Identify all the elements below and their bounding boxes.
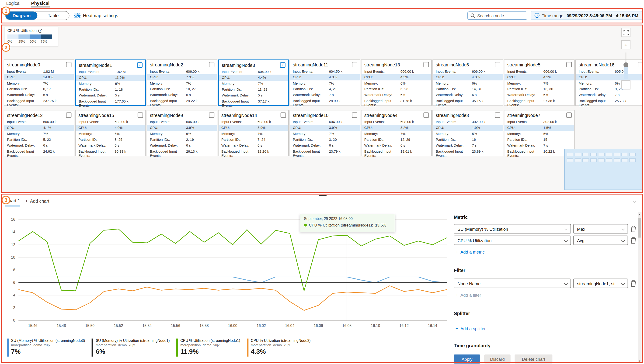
node-field: Memory:7% [504,80,574,86]
minimap[interactable] [564,149,642,190]
time-range-control[interactable]: Time range: 09/29/2022 3:45:06 PM - 4:15… [531,11,642,20]
node-field: Memory:5% [433,131,503,136]
zoom-slider[interactable] [621,52,630,79]
node-checkbox[interactable] [638,62,643,67]
node-field: Partition IDs:7, 24 [219,136,288,142]
node-field: Memory:6% [362,80,431,86]
zoom-slider-thumb[interactable] [623,62,628,67]
plus-icon: + [456,292,458,297]
node-card[interactable]: streamingNode9Input Events:606.00 kCPU:3… [147,110,217,156]
node-field: Backlogged Input Events:26.13 k [147,148,217,159]
chart-legend: SU (Memory) % Utilization (streamingNode… [7,338,311,356]
metric-select-2[interactable]: CPU % Utilization [454,236,571,245]
chart-legend-item[interactable]: CPU % Utilization (streamingNode3)morepa… [247,338,311,356]
delete-chart-button[interactable]: Delete chart [515,354,552,364]
apply-button[interactable]: Apply [454,354,480,364]
chart-legend-item[interactable]: SU (Memory) % Utilization (streamingNode… [7,338,85,356]
node-checkbox[interactable]: ✓ [137,62,143,68]
svg-text:16:00: 16:00 [228,324,237,328]
annotation-marker-1: 1 [2,6,10,15]
node-checkbox[interactable] [352,112,357,118]
node-checkbox[interactable] [209,62,214,67]
add-filter-link[interactable]: + Add a filter [456,292,481,297]
search-icon [470,13,475,18]
node-checkbox[interactable] [138,112,143,118]
minimap-card [582,158,589,162]
panel-scrollbar[interactable]: ▲ ▼ [638,212,642,363]
delete-filter-icon[interactable] [630,280,636,287]
heatmap-settings-button[interactable]: Heatmap settings [74,11,118,20]
node-checkbox[interactable] [495,62,500,67]
discard-button[interactable]: Discard [484,354,511,364]
tab-logical[interactable]: Logical [6,0,21,6]
node-checkbox[interactable] [566,112,572,118]
node-card[interactable]: streamingNode14Input Events:608.00 kCPU:… [218,110,289,156]
plus-icon: + [25,198,28,204]
metric-select-1[interactable]: SU (Memory) % Utilization [454,224,571,233]
node-card[interactable]: streamingNode13Input Events:606.00 kCPU:… [361,60,432,106]
node-checkbox[interactable] [566,62,572,67]
svg-text:2: 2 [13,306,15,310]
node-checkbox[interactable] [209,112,214,118]
node-card[interactable]: streamingNode7Input Events:302.00 kCPU:1… [504,110,575,156]
chart-legend-item[interactable]: CPU % Utilization (streamingNode1)morepa… [176,338,240,356]
fit-to-screen-button[interactable] [621,28,630,37]
node-checkbox[interactable] [66,62,71,67]
node-field: Input Events:604.00 k [290,119,360,125]
node-card[interactable]: streamingNode16Input Events:605.00 kCPU:… [575,60,643,106]
node-field: Memory:7% [4,131,74,136]
delete-metric-1-icon[interactable] [630,226,636,232]
node-card[interactable]: streamingNode10Input Events:604.00 kCPU:… [289,110,360,156]
node-field: CPU:4.0% [76,125,145,131]
node-card[interactable]: streamingNode4Input Events:608.00 kCPU:3… [361,110,432,156]
node-card[interactable]: streamingNode2Input Events:606.00 kCPU:7… [147,60,217,106]
svg-text:15:50: 15:50 [85,324,95,328]
zoom-in-button[interactable]: + [621,40,630,50]
chart-legend-item[interactable]: SU (Memory) % Utilization (streamingNode… [92,338,170,356]
node-field: CPU:1.9% [433,125,503,131]
node-card[interactable]: streamingNode12Input Events:606.00 kCPU:… [4,110,74,156]
node-checkbox[interactable] [423,112,429,118]
node-field: Memory:5% [504,131,574,136]
node-card[interactable]: streamingNode1✓Input Events:1.82 MCPU:11… [75,60,146,106]
scroll-down-icon[interactable]: ▼ [638,359,641,363]
node-checkbox[interactable] [281,112,286,118]
search-input[interactable] [477,13,522,18]
tooltip-value: 13.5% [375,223,386,227]
node-checkbox[interactable]: ✓ [280,62,285,68]
scroll-up-icon[interactable]: ▲ [638,212,641,216]
node-checkbox[interactable] [423,62,429,67]
table-toggle-button[interactable]: Table [37,12,69,20]
node-checkbox[interactable] [495,112,500,118]
node-checkbox[interactable] [66,112,71,118]
filter-value-select[interactable]: streamingNode1, str... [573,279,628,288]
add-splitter-link[interactable]: + Add a splitter [456,326,486,331]
collapse-handle[interactable] [319,195,327,196]
node-card[interactable]: streamingNode0Input Events:1.82 MCPU:14.… [4,60,74,106]
info-icon[interactable]: i [38,29,43,33]
node-card[interactable]: streamingNode3✓Input Events:604.00 kCPU:… [218,60,289,106]
tab-physical[interactable]: Physical [31,0,50,8]
app-root: Logical Physical Diagram Table Heatmap s… [0,0,644,364]
node-card[interactable]: streamingNode11Input Events:604.50 kCPU:… [289,60,360,106]
node-field: Partition IDs:12, 29 [362,136,431,142]
scrollbar-thumb[interactable] [638,218,641,238]
node-checkbox[interactable] [352,62,357,67]
node-card[interactable]: streamingNode6Input Events:606.00 kCPU:4… [432,60,503,106]
filter-select[interactable]: Node Name [454,279,571,288]
view-toggle: Diagram Table [5,11,70,20]
node-card[interactable]: streamingNode15Input Events:608.00 kCPU:… [75,110,146,156]
node-card[interactable]: streamingNode8Input Events:302.00 kCPU:1… [432,110,503,156]
delete-metric-2-icon[interactable] [630,237,636,244]
add-chart-button[interactable]: + Add chart [25,198,49,204]
metric-agg-select-2[interactable]: Avg [573,236,628,245]
node-field: CPU:4.3% [290,74,360,80]
node-field: Backlogged Input Events:32.26 k [219,148,288,159]
diagram-canvas[interactable]: CPU % Utilization i 0%25%50%75% streamin… [1,25,642,193]
node-field: Input Events:1.82 M [4,68,74,74]
diagram-toggle-button[interactable]: Diagram [6,12,38,20]
metric-agg-select-1[interactable]: Max [573,224,628,233]
zoom-out-button[interactable]: − [621,80,630,90]
node-card[interactable]: streamingNode5Input Events:606.00 kCPU:4… [504,60,575,106]
add-metric-link[interactable]: + Add a metric [456,250,485,254]
